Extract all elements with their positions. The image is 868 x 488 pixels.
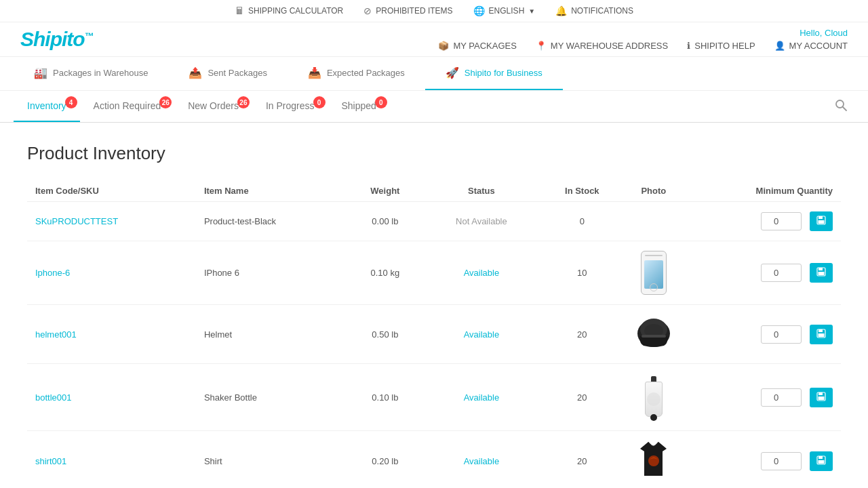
min-qty-input[interactable] (761, 212, 802, 230)
table-header-row: Item Code/SKU Item Name Weight Status In… (27, 180, 841, 202)
language-selector[interactable]: 🌐 ENGLISH ▼ (473, 5, 536, 16)
greeting-text: Hello, Cloud (800, 28, 848, 38)
search-button[interactable] (827, 92, 854, 122)
shipito-business-tab[interactable]: 🚀 Shipito for Business (425, 57, 563, 90)
svg-rect-16 (818, 392, 823, 395)
col-header-minqty: Minimum Quantity (682, 180, 841, 202)
cell-weight: 0.10 kg (347, 241, 424, 305)
svg-rect-3 (818, 216, 823, 219)
cell-min-qty (682, 202, 841, 241)
header: Shipito™ Hello, Cloud 📦 MY PACKAGES 📍 MY… (0, 22, 868, 57)
prohibited-items-link[interactable]: ⊘ PROHIBITED ITEMS (363, 5, 452, 16)
sent-icon: 📤 (189, 66, 202, 79)
expected-icon: 📥 (308, 66, 321, 79)
save-min-qty-button[interactable] (810, 451, 833, 471)
cell-status: Available (424, 241, 539, 305)
cell-photo (625, 364, 682, 431)
info-icon: ℹ (687, 41, 690, 51)
packages-icon: 📦 (438, 41, 449, 51)
prohibited-icon: ⊘ (363, 5, 372, 16)
min-qty-input[interactable] (761, 325, 802, 344)
svg-point-0 (836, 100, 844, 108)
bottle-image (645, 376, 663, 421)
svg-rect-13 (818, 329, 823, 332)
svg-line-1 (843, 107, 846, 110)
calculator-icon: 🖩 (235, 5, 244, 16)
col-header-instock: In Stock (539, 180, 625, 202)
logo[interactable]: Shipito™ (20, 28, 94, 51)
cell-sku: helmet001 (27, 305, 196, 364)
tab-new-orders[interactable]: New Orders 26 (174, 91, 252, 122)
svg-rect-4 (818, 220, 825, 224)
col-header-name: Item Name (196, 180, 347, 202)
user-icon: 👤 (774, 41, 785, 51)
new-orders-badge: 26 (237, 96, 250, 108)
svg-rect-21 (818, 460, 825, 464)
my-warehouse-link[interactable]: 📍 MY WAREHOUSE ADDRESS (536, 41, 668, 51)
expected-packages-tab[interactable]: 📥 Expected Packages (288, 57, 425, 90)
cell-status: Not Available (424, 202, 539, 241)
cell-instock: 0 (539, 202, 625, 241)
cell-instock: 20 (539, 431, 625, 489)
save-min-qty-button[interactable] (810, 211, 833, 231)
save-icon (816, 267, 826, 277)
col-header-status: Status (424, 180, 539, 202)
tab-action-required[interactable]: Action Required 26 (80, 91, 175, 122)
shipped-badge: 0 (375, 96, 387, 108)
cell-photo (625, 431, 682, 489)
packages-in-warehouse-tab[interactable]: 🏭 Packages in Warehouse (14, 57, 168, 90)
tab-in-progress[interactable]: In Progress 0 (252, 91, 328, 122)
shirt-image (635, 441, 672, 482)
cell-name: Helmet (196, 305, 347, 364)
action-required-badge: 26 (159, 96, 172, 108)
bell-icon: 🔔 (555, 5, 567, 16)
save-icon (816, 329, 826, 338)
cell-weight: 0.00 lb (347, 202, 424, 241)
cell-name: IPhone 6 (196, 241, 347, 305)
cell-sku: Iphone-6 (27, 241, 196, 305)
min-qty-input[interactable] (761, 388, 802, 407)
save-min-qty-button[interactable] (810, 388, 833, 407)
cell-status: Available (424, 305, 539, 364)
cell-photo (625, 305, 682, 364)
min-qty-input[interactable] (761, 264, 802, 282)
cell-min-qty (682, 431, 841, 489)
svg-rect-7 (818, 272, 825, 275)
my-packages-link[interactable]: 📦 MY PACKAGES (438, 41, 516, 51)
save-icon (816, 455, 826, 465)
table-row: helmet001Helmet0.50 lbAvailable20 (27, 305, 841, 364)
tab-inventory[interactable]: Inventory 4 (14, 91, 80, 122)
notifications-link[interactable]: 🔔 NOTIFICATIONS (555, 5, 633, 16)
table-row: SKuPRODUCTTESTProduct-test-Black0.00 lbN… (27, 202, 841, 241)
my-account-link[interactable]: 👤 MY ACCOUNT (774, 41, 848, 51)
save-min-qty-button[interactable] (810, 325, 833, 344)
helmet-image (633, 314, 674, 354)
save-icon (816, 392, 826, 401)
tab-shipped[interactable]: Shipped 0 (328, 91, 390, 122)
sent-packages-tab[interactable]: 📤 Sent Packages (168, 57, 287, 90)
col-header-weight: Weight (347, 180, 424, 202)
header-nav: 📦 MY PACKAGES 📍 MY WAREHOUSE ADDRESS ℹ S… (438, 41, 848, 51)
save-icon (816, 216, 826, 225)
cell-sku: bottle001 (27, 364, 196, 431)
col-header-sku: Item Code/SKU (27, 180, 196, 202)
save-min-qty-button[interactable] (810, 263, 833, 283)
cell-instock: 20 (539, 364, 625, 431)
svg-rect-17 (818, 396, 825, 400)
shipito-help-link[interactable]: ℹ SHIPITO HELP (687, 41, 755, 51)
in-progress-badge: 0 (313, 96, 326, 108)
tabs-bar: Inventory 4 Action Required 26 New Order… (0, 91, 868, 123)
cell-min-qty (682, 364, 841, 431)
main-content: Product Inventory Item Code/SKU Item Nam… (0, 123, 868, 488)
cell-name: Shirt (196, 431, 347, 489)
table-row: Iphone-6IPhone 60.10 kgAvailable10 (27, 241, 841, 305)
cell-status: Available (424, 431, 539, 489)
cell-weight: 0.50 lb (347, 305, 424, 364)
min-qty-input[interactable] (761, 452, 802, 470)
svg-rect-14 (818, 333, 825, 337)
cell-sku: SKuPRODUCTTEST (27, 202, 196, 241)
shipping-calculator-link[interactable]: 🖩 SHIPPING CALCULATOR (235, 5, 343, 16)
svg-point-18 (648, 455, 659, 466)
warehouse-icon: 🏭 (34, 66, 47, 79)
table-row: shirt001Shirt0.20 lbAvailable20 (27, 431, 841, 489)
